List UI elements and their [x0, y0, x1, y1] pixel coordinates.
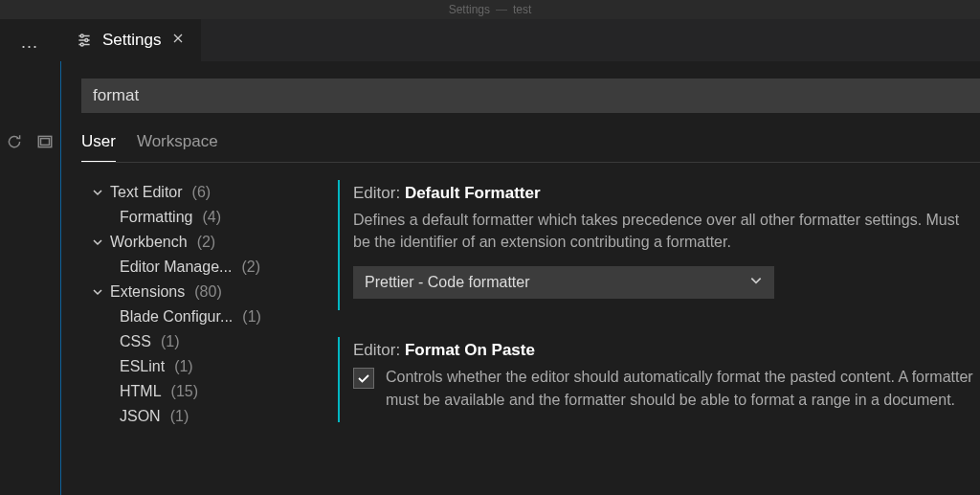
chevron-down-icon	[91, 236, 104, 248]
editor-area: Settings User Workspace Text Editor (6)	[59, 19, 980, 495]
format-on-paste-checkbox[interactable]	[353, 368, 374, 389]
refresh-icon[interactable]	[6, 133, 23, 154]
scope-user[interactable]: User	[81, 132, 116, 162]
scope-tabs: User Workspace	[81, 132, 980, 163]
setting-description: Defines a default formatter which takes …	[353, 209, 980, 253]
tab-settings[interactable]: Settings	[60, 19, 201, 61]
svg-point-6	[85, 39, 88, 42]
select-value: Prettier - Code formatter	[365, 274, 530, 291]
toc-eslint[interactable]: ESLint (1)	[81, 354, 321, 379]
title-left: Settings	[449, 3, 490, 16]
toc-html[interactable]: HTML (15)	[81, 379, 321, 404]
window-titlebar: Settings — test	[0, 0, 980, 19]
svg-rect-1	[41, 139, 50, 146]
toc-text-editor[interactable]: Text Editor (6)	[81, 180, 321, 205]
svg-point-5	[80, 34, 83, 37]
setting-title: Editor: Default Formatter	[353, 184, 980, 203]
toc-blade[interactable]: Blade Configur... (1)	[81, 304, 321, 329]
editor-tabs: Settings	[60, 19, 980, 61]
toc-css[interactable]: CSS (1)	[81, 329, 321, 354]
activity-gutter: ···	[0, 19, 59, 495]
settings-content: User Workspace Text Editor (6) Formattin…	[60, 61, 980, 495]
toc-workbench[interactable]: Workbench (2)	[81, 230, 321, 255]
title-right: test	[513, 3, 531, 16]
scope-workspace[interactable]: Workspace	[137, 132, 218, 162]
svg-point-7	[80, 43, 83, 46]
toc-json[interactable]: JSON (1)	[81, 404, 321, 429]
overflow-menu-icon[interactable]: ···	[21, 36, 38, 56]
default-formatter-select[interactable]: Prettier - Code formatter	[353, 266, 774, 299]
toc-formatting[interactable]: Formatting (4)	[81, 205, 321, 230]
setting-default-formatter: Editor: Default Formatter Defines a defa…	[338, 180, 980, 310]
settings-search-input[interactable]	[81, 79, 980, 113]
settings-tab-icon	[76, 32, 93, 49]
close-icon[interactable]	[170, 31, 186, 50]
tab-label: Settings	[102, 31, 161, 50]
toc-extensions[interactable]: Extensions (80)	[81, 280, 321, 304]
toc-editor-management[interactable]: Editor Manage... (2)	[81, 255, 321, 280]
setting-format-on-paste: Editor: Format On Paste Controls whether…	[338, 337, 980, 421]
chevron-down-icon	[91, 286, 104, 298]
settings-toc: Text Editor (6) Formatting (4) Workbench…	[81, 180, 321, 449]
setting-description: Controls whether the editor should autom…	[386, 366, 980, 410]
layout-icon[interactable]	[36, 133, 54, 154]
chevron-down-icon	[749, 274, 763, 291]
setting-title: Editor: Format On Paste	[353, 341, 980, 360]
chevron-down-icon	[91, 187, 104, 198]
settings-list: Editor: Default Formatter Defines a defa…	[338, 180, 980, 449]
